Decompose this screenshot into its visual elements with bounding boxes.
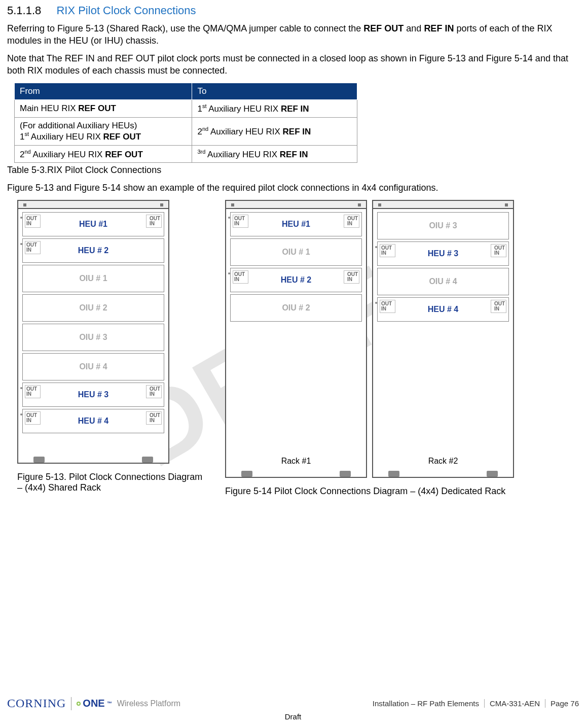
rack-body: OIU # 3HEU # 3OUTINOUTINOIU # 4HEU # 4OU…	[373, 209, 513, 453]
rack-label-2: Rack #2	[373, 453, 513, 467]
footer-draft: Draft	[7, 712, 579, 721]
paragraph-3: Figure 5-13 and Figure 5-14 show an exam…	[7, 182, 579, 194]
rack-body: HEU #1OUTINOUTINHEU # 2OUTINOIU # 1OIU #…	[18, 209, 168, 453]
table-row: (For additional Auxiliary HEUs) 1st Auxi…	[15, 117, 357, 145]
th-to: To	[192, 83, 357, 100]
section-number: 5.1.1.8	[7, 4, 41, 17]
port-right: OUTIN	[146, 411, 162, 425]
paragraph-2: Note that The REF IN and REF OUT pilot c…	[7, 52, 579, 77]
slot-label: HEU #1	[79, 220, 107, 229]
brand-corning: CORNING	[7, 697, 66, 710]
port-right: OUTIN	[491, 300, 506, 313]
connections-table: From To Main HEU RIX REF OUT 1st Auxilia…	[14, 83, 357, 163]
port-left: OUTIN	[233, 215, 248, 228]
port-left: OUTIN	[25, 385, 41, 398]
oiu-slot: OIU # 3	[377, 212, 509, 239]
port-left: OUTIN	[380, 244, 395, 257]
table-caption: Table 5-3.RIX Pilot Clock Connections	[7, 165, 579, 176]
rack-body: HEU #1OUTINOUTINOIU # 1HEU # 2OUTINOUTIN…	[226, 209, 366, 453]
oiu-slot: OIU # 2	[22, 294, 164, 322]
port-right: OUTIN	[491, 244, 506, 257]
figure-caption-14: Figure 5-14 Pilot Clock Connections Diag…	[225, 486, 514, 497]
oiu-slot: OIU # 4	[22, 353, 164, 380]
port-right: OUTIN	[146, 215, 162, 228]
heu-slot: HEU # 4OUTINOUTIN	[377, 297, 509, 322]
heu-slot: HEU #1OUTINOUTIN	[22, 212, 164, 236]
footer-doc-id: CMA-331-AEN	[484, 699, 540, 708]
slot-label: HEU # 2	[78, 246, 108, 255]
slot-label: OIU # 4	[429, 277, 457, 286]
brand-one: ONE™	[77, 698, 112, 709]
paragraph-1: Referring to Figure 5-13 (Shared Rack), …	[7, 22, 579, 47]
slot-label: OIU # 2	[79, 303, 107, 313]
slot-label: HEU #1	[282, 220, 310, 229]
heu-slot: HEU # 4OUTINOUTIN	[22, 409, 164, 433]
figure-5-14: HEU #1OUTINOUTINOIU # 1HEU # 2OUTINOUTIN…	[225, 200, 514, 497]
oiu-slot: OIU # 4	[377, 268, 509, 295]
heu-slot: HEU #1OUTINOUTIN	[230, 212, 362, 236]
port-left: OUTIN	[380, 300, 395, 313]
heu-slot: HEU # 2OUTINOUTIN	[230, 268, 362, 292]
table-row: Main HEU RIX REF OUT 1st Auxiliary HEU R…	[15, 100, 357, 118]
slot-label: HEU # 3	[428, 249, 458, 258]
oiu-slot: OIU # 1	[230, 238, 362, 266]
footer-right: Installation – RF Path Elements CMA-331-…	[373, 699, 579, 708]
port-right: OUTIN	[344, 270, 359, 284]
rack-label-1: Rack #1	[226, 453, 366, 467]
rack-top	[18, 201, 168, 209]
footer-page-number: Page 76	[545, 699, 579, 708]
port-left: OUTIN	[25, 241, 41, 254]
port-left: OUTIN	[233, 270, 248, 284]
brand-divider	[71, 697, 71, 710]
oiu-slot: OIU # 2	[230, 294, 362, 322]
rack-feet	[373, 467, 513, 477]
brand-wireless-platform: Wireless Platform	[117, 699, 180, 708]
page-footer: CORNING ONE™ Wireless Platform Installat…	[0, 691, 586, 728]
slot-label: HEU # 2	[281, 275, 311, 285]
slot-label: HEU # 3	[78, 390, 108, 399]
figure-5-13: HEU #1OUTINOUTINHEU # 2OUTINOIU # 1OIU #…	[17, 200, 210, 497]
heu-slot: HEU # 3OUTINOUTIN	[377, 241, 509, 266]
heu-slot: HEU # 3OUTINOUTIN	[22, 383, 164, 407]
slot-label: HEU # 4	[78, 417, 108, 426]
port-left: OUTIN	[25, 215, 41, 228]
oiu-slot: OIU # 3	[22, 324, 164, 351]
port-left: OUTIN	[25, 411, 41, 425]
brand-logo: CORNING ONE™ Wireless Platform	[7, 697, 180, 710]
port-right: OUTIN	[146, 385, 162, 398]
rack-top	[226, 201, 366, 209]
brand-dot-icon	[77, 702, 81, 706]
slot-label: OIU # 3	[79, 333, 107, 342]
oiu-slot: OIU # 1	[22, 265, 164, 292]
heu-slot: HEU # 2OUTIN	[22, 238, 164, 263]
slot-label: OIU # 4	[79, 362, 107, 371]
section-title: RIX Pilot Clock Connections	[56, 4, 196, 17]
th-from: From	[15, 83, 192, 100]
rack-feet	[226, 467, 366, 477]
rack-top	[373, 201, 513, 209]
footer-installation: Installation – RF Path Elements	[373, 699, 479, 708]
figure-caption-13: Figure 5-13. Pilot Clock Connections Dia…	[17, 472, 210, 493]
rack-feet	[18, 453, 168, 463]
slot-label: OIU # 1	[79, 274, 107, 283]
slot-label: OIU # 2	[282, 303, 310, 313]
section-heading: 5.1.1.8 RIX Pilot Clock Connections	[7, 4, 579, 17]
slot-label: HEU # 4	[428, 305, 458, 314]
table-row: 2nd Auxiliary HEU RIX REF OUT 3rd Auxili…	[15, 145, 357, 163]
slot-label: OIU # 3	[429, 221, 457, 230]
port-right: OUTIN	[344, 215, 359, 228]
slot-label: OIU # 1	[282, 248, 310, 257]
